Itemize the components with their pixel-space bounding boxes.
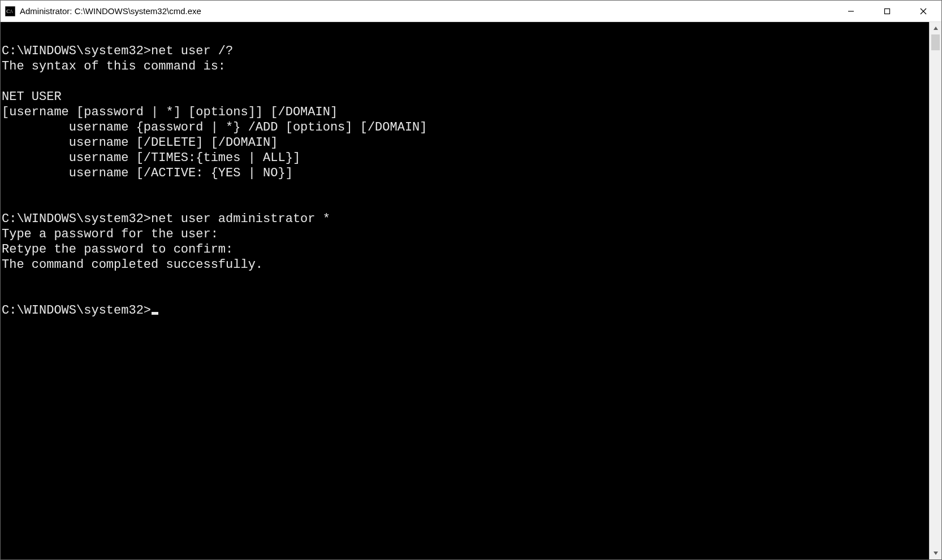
minimize-button[interactable] <box>833 1 869 21</box>
minimize-icon <box>848 8 854 15</box>
text-cursor <box>152 312 158 315</box>
svg-marker-8 <box>934 552 938 555</box>
close-icon <box>920 8 927 15</box>
scrollbar-thumb[interactable] <box>931 34 940 50</box>
vertical-scrollbar[interactable] <box>929 22 941 559</box>
svg-rect-4 <box>885 8 890 14</box>
window-controls <box>833 1 941 21</box>
maximize-button[interactable] <box>869 1 905 21</box>
titlebar[interactable]: C:\ Administrator: C:\WINDOWS\system32\c… <box>1 1 941 22</box>
cmd-window: C:\ Administrator: C:\WINDOWS\system32\c… <box>0 0 942 560</box>
scroll-down-arrow-icon[interactable] <box>930 547 941 559</box>
scroll-up-arrow-icon[interactable] <box>930 22 941 34</box>
close-button[interactable] <box>905 1 941 21</box>
client-area: C:\WINDOWS\system32>net user /? The synt… <box>1 22 941 559</box>
svg-marker-7 <box>934 27 938 30</box>
cmd-icon: C:\ <box>5 6 15 16</box>
window-title: Administrator: C:\WINDOWS\system32\cmd.e… <box>20 6 833 16</box>
maximize-icon <box>884 8 891 15</box>
scrollbar-track[interactable] <box>930 34 941 547</box>
terminal-output[interactable]: C:\WINDOWS\system32>net user /? The synt… <box>1 22 929 559</box>
svg-text:C:\: C:\ <box>6 8 13 14</box>
